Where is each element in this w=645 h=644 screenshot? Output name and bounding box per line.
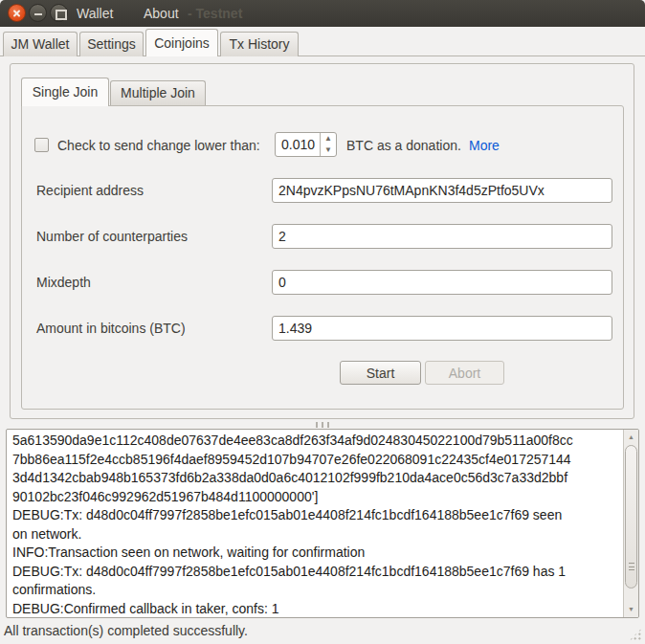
scrollbar-grip [629,563,634,570]
status-bar: All transaction(s) completed successfull… [0,620,645,644]
log-line: on network. [12,525,621,544]
abort-button: Abort [425,361,504,385]
scrollbar-thumb[interactable] [625,445,637,588]
mixdepth-label: Mixdepth [36,270,91,295]
donation-amount-spinbox[interactable]: ▲ ▼ [275,132,337,157]
tab-single-join[interactable]: Single Join [21,78,109,106]
log-line: 90102bc23f046c992962d51967b484d110000000… [12,488,621,507]
log-line: DEBUG:Tx: d48d0c04ff7997f2858be1efc015ab… [12,563,621,582]
titlebar: Wallet About - Testnet [0,0,645,27]
donation-suffix-label: BTC as a donation. [346,135,461,156]
log-line: 7bb86ea115f2e4ccb85196f4daef8959452d107b… [12,451,621,470]
menu-about[interactable]: About [144,0,179,27]
donation-checkbox[interactable] [34,138,49,152]
log-content: 5a613590da9e1c112c408de07637de4ee83ca8df… [7,430,623,617]
spinbox-buttons: ▲ ▼ [320,133,336,156]
amount-btc-label: Amount in bitcoins (BTC) [36,316,186,341]
log-line: 5a613590da9e1c112c408de07637de4ee83ca8df… [12,432,621,451]
donation-checkbox-label: Check to send change lower than: [57,135,260,156]
log-area[interactable]: 5a613590da9e1c112c408de07637de4ee83ca8df… [6,429,639,618]
log-line: DEBUG:Confirmed callback in taker, confs… [12,600,621,618]
log-line: 3d4d1342cbab948b165373fd6b2a338da0d0a6c4… [12,469,621,488]
splitter-handle[interactable] [314,422,331,428]
resize-grip[interactable] [629,628,642,641]
log-line: DEBUG:Tx: d48d0c04ff7997f2858be1efc015ab… [12,506,621,525]
tab-multiple-join[interactable]: Multiple Join [110,80,206,105]
spin-up-icon[interactable]: ▲ [321,133,336,144]
log-line: INFO:Transaction seen on network, waitin… [12,544,621,563]
maximize-icon[interactable] [50,4,68,22]
scroll-up-icon[interactable]: ▲ [624,431,638,444]
scroll-down-icon[interactable]: ▼ [624,603,638,616]
status-message: All transaction(s) completed successfull… [4,620,248,644]
spin-down-icon[interactable]: ▼ [321,144,336,156]
donation-amount-input[interactable] [276,133,320,156]
tab-jm-wallet[interactable]: JM Wallet [3,32,78,56]
mixdepth-input[interactable] [272,270,612,295]
counterparties-input[interactable] [272,224,612,249]
amount-btc-input[interactable] [272,316,612,341]
window-title: - Testnet [188,0,242,27]
more-link[interactable]: More [469,135,500,156]
tab-settings[interactable]: Settings [79,32,144,56]
log-line: confirmations. [12,581,621,600]
menu-wallet[interactable]: Wallet [77,0,113,27]
start-button[interactable]: Start [340,361,421,385]
recipient-address-label: Recipient address [36,178,144,203]
tab-tx-history[interactable]: Tx History [220,32,299,56]
counterparties-label: Number of counterparties [36,224,188,249]
log-scrollbar[interactable]: ▲ ▼ [623,430,638,617]
tab-coinjoins[interactable]: Coinjoins [145,29,218,56]
close-icon[interactable] [8,4,26,22]
recipient-address-input[interactable] [272,178,612,203]
minimize-icon[interactable] [29,4,47,22]
